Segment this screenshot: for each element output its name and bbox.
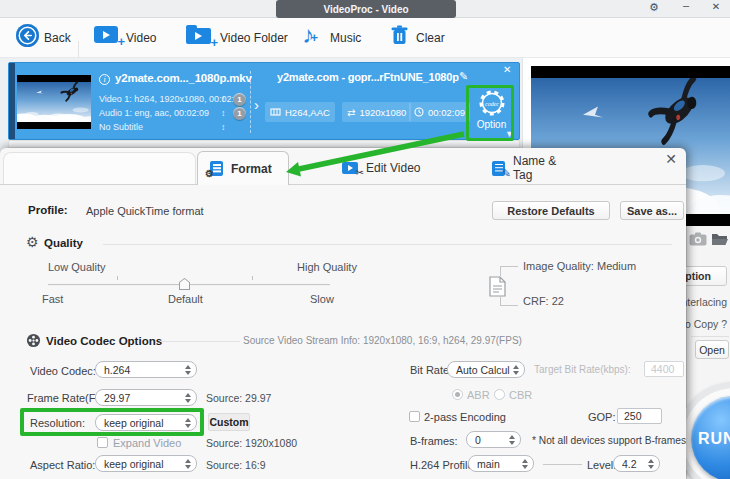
- slider-tick: [117, 276, 118, 280]
- edit-pencil-icon[interactable]: ✎: [459, 70, 468, 83]
- b-frames-select[interactable]: 0: [466, 431, 521, 448]
- item-selected-strip: [9, 63, 15, 139]
- quality-slider-handle[interactable]: [179, 278, 190, 290]
- bracket-line: [500, 266, 518, 276]
- media-thumbnail[interactable]: [17, 75, 91, 129]
- plus-icon: +: [310, 31, 318, 44]
- add-video-folder-icon[interactable]: +: [186, 28, 211, 44]
- restore-defaults-button[interactable]: Restore Defaults: [492, 201, 610, 220]
- add-music-icon[interactable]: ♪+: [302, 21, 314, 49]
- close-icon[interactable]: ✕: [708, 1, 724, 12]
- crf-value: CRF: 22: [523, 295, 564, 307]
- gop-input[interactable]: 250: [617, 408, 662, 424]
- cbr-radio[interactable]: [494, 389, 505, 400]
- deinterlacing-label[interactable]: nterlacing: [681, 296, 727, 308]
- trash-icon[interactable]: [390, 25, 409, 47]
- custom-button[interactable]: Custom: [208, 413, 250, 431]
- chevron-right-icon: ›: [254, 96, 259, 113]
- dialog-close-icon[interactable]: ✕: [662, 151, 680, 167]
- target-bit-rate-value: 4400: [651, 363, 674, 375]
- plus-icon: +: [117, 35, 125, 48]
- gear-icon[interactable]: ⚙: [646, 1, 662, 14]
- resolution-chip-value: 1920x1080: [359, 107, 406, 118]
- tab-edit-video[interactable]: ✂ Edit Video: [330, 151, 442, 185]
- toolbar: Back + Video + Video Folder ♪+ Music Cle…: [0, 18, 730, 58]
- gop-label: GOP:: [588, 411, 616, 423]
- minimize-icon[interactable]: –: [678, 0, 694, 11]
- back-label[interactable]: Back: [44, 31, 71, 45]
- quality-section-line: [103, 244, 672, 245]
- clock-icon: [414, 107, 424, 117]
- tab-format[interactable]: ⚙ Format: [197, 151, 289, 185]
- snapshot-camera-icon[interactable]: [689, 232, 707, 246]
- two-pass-label: 2-pass Encoding: [424, 411, 506, 423]
- media-item-row[interactable]: i y2mate.com..._1080p.mkv Video 1: h264,…: [8, 62, 520, 140]
- level-value: 4.2: [622, 458, 645, 470]
- aspect-ratio-select[interactable]: keep original: [95, 455, 197, 472]
- video-folder-button-label[interactable]: Video Folder: [220, 31, 288, 45]
- open-button[interactable]: Open: [695, 340, 729, 359]
- level-label: Level:: [587, 459, 616, 471]
- target-bit-rate-label: Target Bit Rate(kbps):: [534, 364, 631, 375]
- gear-icon: ⚙: [26, 234, 39, 250]
- bit-rate-select[interactable]: Auto Calculate: [447, 361, 525, 378]
- format-tab-icon: ⚙: [210, 161, 223, 176]
- tab-name-tag-label: Name & Tag: [513, 154, 578, 182]
- highlight-box-option: [466, 85, 514, 141]
- combo-arrows-icon: [185, 393, 191, 403]
- item-close-icon[interactable]: ✕: [503, 64, 511, 75]
- tab-name-tag[interactable]: ✎ Name & Tag: [480, 151, 590, 185]
- h264-profile-select[interactable]: main: [468, 455, 534, 472]
- aspect-ratio-source: Source: 16:9: [206, 459, 266, 471]
- profile-level-line: [543, 464, 582, 465]
- target-bit-rate-input[interactable]: 4400: [644, 361, 684, 377]
- run-button-label: RUN: [698, 430, 730, 448]
- image-quality-value: Image Quality: Medium: [523, 260, 636, 272]
- duration-chip: 00:02:09: [409, 102, 470, 122]
- fast-label: Fast: [42, 293, 63, 305]
- track-toggle-icon[interactable]: ↕: [221, 108, 226, 118]
- combo-arrows-icon: [185, 459, 191, 469]
- clear-button-label[interactable]: Clear: [416, 31, 445, 45]
- add-video-icon[interactable]: +: [94, 26, 118, 43]
- music-button-label[interactable]: Music: [330, 31, 361, 45]
- combo-arrows-icon: [648, 459, 654, 469]
- video-codec-select[interactable]: h.264: [95, 361, 197, 378]
- gear-icon: ⚙: [205, 169, 214, 179]
- save-as-button[interactable]: Save as...: [620, 201, 684, 220]
- back-button[interactable]: [16, 24, 39, 47]
- info-icon[interactable]: i: [99, 74, 110, 85]
- b-frames-note: * Not all devices support B-frames: [532, 435, 686, 446]
- b-frames-value: 0: [475, 434, 506, 446]
- edit-video-tab-icon: ✂: [342, 162, 358, 174]
- two-pass-checkbox[interactable]: [409, 411, 420, 422]
- frame-rate-select[interactable]: 29.97: [95, 389, 197, 406]
- open-folder-icon[interactable]: [711, 232, 729, 246]
- scissors-icon: ✂: [356, 168, 364, 178]
- gop-value: 250: [624, 410, 642, 422]
- subtitle-track-info: No Subtitle: [99, 122, 143, 132]
- audio-track-info: Audio 1: eng, aac, 00:02:09: [99, 108, 209, 118]
- level-select[interactable]: 4.2: [613, 455, 660, 472]
- tab-format-label: Format: [231, 162, 272, 176]
- expand-video-checkbox[interactable]: [97, 437, 108, 448]
- abr-radio[interactable]: [452, 389, 463, 400]
- low-quality-label: Low Quality: [48, 261, 105, 273]
- auto-copy-label[interactable]: to Copy ?: [682, 318, 727, 330]
- codec-section-title: Video Codec Options: [46, 335, 162, 347]
- track-toggle-icon[interactable]: ↕: [221, 122, 226, 132]
- open-button-label: Open: [699, 344, 725, 356]
- b-frames-label: B-frames:: [410, 435, 458, 447]
- save-as-label: Save as...: [627, 205, 677, 217]
- video-button-label[interactable]: Video: [126, 31, 156, 45]
- restore-defaults-label: Restore Defaults: [507, 205, 594, 217]
- thumbnail-image: [17, 82, 91, 122]
- audio-track-badge[interactable]: 1: [233, 107, 246, 120]
- track-toggle-icon[interactable]: ↕: [221, 94, 226, 104]
- video-track-badge[interactable]: 1: [233, 93, 246, 106]
- plus-icon: +: [210, 36, 218, 49]
- back-arrow-icon: [21, 29, 34, 42]
- slow-label: Slow: [310, 293, 334, 305]
- window-title: VideoProc - Video: [276, 0, 456, 18]
- duration-chip-value: 00:02:09: [428, 107, 465, 118]
